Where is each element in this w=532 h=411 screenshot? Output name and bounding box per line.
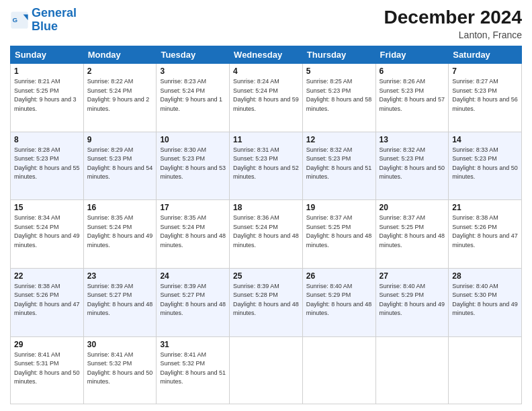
calendar-cell: 24Sunrise: 8:39 AMSunset: 5:27 PMDayligh… (157, 268, 230, 336)
calendar-cell: 19Sunrise: 8:37 AMSunset: 5:25 PMDayligh… (302, 200, 375, 269)
day-info: Sunrise: 8:26 AMSunset: 5:23 PMDaylight:… (380, 77, 445, 113)
location: Lanton, France (384, 30, 522, 40)
day-number: 29 (14, 340, 80, 349)
weekday-header-saturday: Saturday (449, 46, 522, 64)
calendar-cell (230, 336, 303, 404)
weekday-header-wednesday: Wednesday (230, 46, 303, 64)
month-title: December 2024 (384, 7, 522, 28)
day-info: Sunrise: 8:23 AMSunset: 5:24 PMDaylight:… (160, 77, 226, 113)
weekday-header-row: SundayMondayTuesdayWednesdayThursdayFrid… (11, 46, 522, 64)
logo-text: General Blue (32, 7, 77, 34)
day-info: Sunrise: 8:40 AMSunset: 5:30 PMDaylight:… (452, 282, 518, 318)
calendar-cell: 16Sunrise: 8:35 AMSunset: 5:24 PMDayligh… (83, 200, 157, 269)
day-info: Sunrise: 8:30 AMSunset: 5:23 PMDaylight:… (160, 146, 226, 182)
weekday-header-friday: Friday (375, 46, 449, 64)
calendar-cell: 11Sunrise: 8:31 AMSunset: 5:23 PMDayligh… (230, 132, 303, 200)
day-number: 20 (380, 203, 445, 212)
day-info: Sunrise: 8:29 AMSunset: 5:23 PMDaylight:… (87, 146, 153, 182)
calendar-cell: 15Sunrise: 8:34 AMSunset: 5:24 PMDayligh… (11, 200, 84, 269)
day-info: Sunrise: 8:40 AMSunset: 5:29 PMDaylight:… (380, 282, 445, 318)
day-number: 26 (306, 271, 372, 281)
day-info: Sunrise: 8:41 AMSunset: 5:32 PMDaylight:… (160, 351, 226, 387)
day-number: 2 (87, 66, 153, 76)
week-row-3: 15Sunrise: 8:34 AMSunset: 5:24 PMDayligh… (11, 200, 522, 269)
day-number: 21 (452, 203, 518, 212)
day-info: Sunrise: 8:32 AMSunset: 5:23 PMDaylight:… (380, 146, 445, 182)
day-number: 22 (14, 271, 80, 281)
day-number: 31 (160, 340, 226, 349)
calendar-cell: 14Sunrise: 8:33 AMSunset: 5:23 PMDayligh… (449, 132, 522, 200)
day-info: Sunrise: 8:21 AMSunset: 5:25 PMDaylight:… (14, 77, 80, 113)
calendar-cell: 26Sunrise: 8:40 AMSunset: 5:29 PMDayligh… (302, 268, 375, 336)
week-row-2: 8Sunrise: 8:28 AMSunset: 5:23 PMDaylight… (11, 132, 522, 200)
day-info: Sunrise: 8:27 AMSunset: 5:23 PMDaylight:… (452, 77, 518, 113)
day-number: 28 (452, 271, 518, 281)
day-number: 15 (14, 203, 80, 212)
day-number: 6 (380, 66, 445, 76)
day-number: 25 (233, 271, 299, 281)
day-number: 16 (87, 203, 153, 212)
day-info: Sunrise: 8:35 AMSunset: 5:24 PMDaylight:… (160, 214, 226, 250)
day-number: 14 (452, 135, 518, 144)
logo-blue: Blue (32, 20, 77, 34)
day-info: Sunrise: 8:33 AMSunset: 5:23 PMDaylight:… (452, 146, 518, 182)
calendar-cell: 9Sunrise: 8:29 AMSunset: 5:23 PMDaylight… (83, 132, 157, 200)
calendar-cell: 1Sunrise: 8:21 AMSunset: 5:25 PMDaylight… (11, 64, 84, 132)
calendar-cell: 21Sunrise: 8:38 AMSunset: 5:26 PMDayligh… (449, 200, 522, 269)
day-number: 12 (306, 135, 372, 144)
day-info: Sunrise: 8:40 AMSunset: 5:29 PMDaylight:… (306, 282, 372, 318)
calendar-cell: 23Sunrise: 8:39 AMSunset: 5:27 PMDayligh… (83, 268, 157, 336)
calendar-cell: 3Sunrise: 8:23 AMSunset: 5:24 PMDaylight… (157, 64, 230, 132)
calendar-cell: 8Sunrise: 8:28 AMSunset: 5:23 PMDaylight… (11, 132, 84, 200)
day-number: 30 (87, 340, 153, 349)
weekday-header-monday: Monday (83, 46, 157, 64)
calendar-cell (449, 336, 522, 404)
calendar-cell: 2Sunrise: 8:22 AMSunset: 5:24 PMDaylight… (83, 64, 157, 132)
day-number: 17 (160, 203, 226, 212)
day-number: 24 (160, 271, 226, 281)
day-info: Sunrise: 8:38 AMSunset: 5:26 PMDaylight:… (452, 214, 518, 250)
page: G General Blue December 2024 Lanton, Fra… (0, 0, 532, 411)
day-info: Sunrise: 8:38 AMSunset: 5:26 PMDaylight:… (14, 282, 80, 318)
day-number: 10 (160, 135, 226, 144)
calendar-cell: 5Sunrise: 8:25 AMSunset: 5:23 PMDaylight… (302, 64, 375, 132)
calendar-cell (302, 336, 375, 404)
day-number: 27 (380, 271, 445, 281)
calendar-cell: 10Sunrise: 8:30 AMSunset: 5:23 PMDayligh… (157, 132, 230, 200)
calendar-cell: 12Sunrise: 8:32 AMSunset: 5:23 PMDayligh… (302, 132, 375, 200)
day-info: Sunrise: 8:25 AMSunset: 5:23 PMDaylight:… (306, 77, 372, 113)
day-number: 5 (306, 66, 372, 76)
header: G General Blue December 2024 Lanton, Fra… (10, 7, 522, 40)
calendar-cell: 18Sunrise: 8:36 AMSunset: 5:24 PMDayligh… (230, 200, 303, 269)
calendar-cell: 17Sunrise: 8:35 AMSunset: 5:24 PMDayligh… (157, 200, 230, 269)
week-row-5: 29Sunrise: 8:41 AMSunset: 5:31 PMDayligh… (11, 336, 522, 404)
day-info: Sunrise: 8:28 AMSunset: 5:23 PMDaylight:… (14, 146, 80, 182)
day-number: 19 (306, 203, 372, 212)
day-info: Sunrise: 8:22 AMSunset: 5:24 PMDaylight:… (87, 77, 153, 113)
calendar-cell: 4Sunrise: 8:24 AMSunset: 5:24 PMDaylight… (230, 64, 303, 132)
day-number: 9 (87, 135, 153, 144)
calendar-cell: 25Sunrise: 8:39 AMSunset: 5:28 PMDayligh… (230, 268, 303, 336)
day-info: Sunrise: 8:36 AMSunset: 5:24 PMDaylight:… (233, 214, 299, 250)
day-info: Sunrise: 8:24 AMSunset: 5:24 PMDaylight:… (233, 77, 299, 113)
day-info: Sunrise: 8:39 AMSunset: 5:27 PMDaylight:… (87, 282, 153, 318)
calendar-cell: 27Sunrise: 8:40 AMSunset: 5:29 PMDayligh… (375, 268, 449, 336)
weekday-header-sunday: Sunday (11, 46, 84, 64)
day-number: 4 (233, 66, 299, 76)
title-area: December 2024 Lanton, France (384, 7, 522, 40)
day-info: Sunrise: 8:39 AMSunset: 5:28 PMDaylight:… (233, 282, 299, 318)
day-number: 3 (160, 66, 226, 76)
weekday-header-thursday: Thursday (302, 46, 375, 64)
day-info: Sunrise: 8:41 AMSunset: 5:32 PMDaylight:… (87, 351, 153, 387)
day-info: Sunrise: 8:41 AMSunset: 5:31 PMDaylight:… (14, 351, 80, 387)
day-number: 23 (87, 271, 153, 281)
calendar-cell: 22Sunrise: 8:38 AMSunset: 5:26 PMDayligh… (11, 268, 84, 336)
day-info: Sunrise: 8:34 AMSunset: 5:24 PMDaylight:… (14, 214, 80, 250)
day-info: Sunrise: 8:39 AMSunset: 5:27 PMDaylight:… (160, 282, 226, 318)
day-number: 1 (14, 66, 80, 76)
logo: G General Blue (10, 7, 77, 34)
day-info: Sunrise: 8:37 AMSunset: 5:25 PMDaylight:… (306, 214, 372, 250)
calendar-cell: 6Sunrise: 8:26 AMSunset: 5:23 PMDaylight… (375, 64, 449, 132)
week-row-4: 22Sunrise: 8:38 AMSunset: 5:26 PMDayligh… (11, 268, 522, 336)
day-number: 18 (233, 203, 299, 212)
